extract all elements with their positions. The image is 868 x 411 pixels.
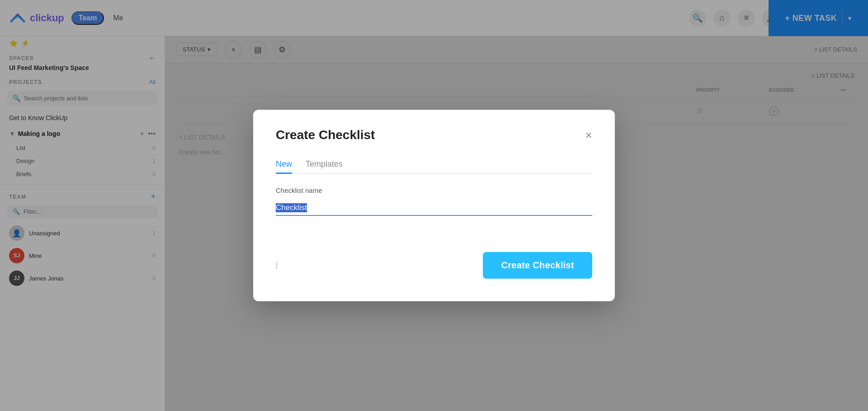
tab-templates[interactable]: Templates (306, 156, 343, 174)
modal-close-button[interactable]: × (585, 128, 592, 142)
checklist-name-field-container (276, 201, 592, 234)
modal-header: Create Checklist × (276, 128, 592, 142)
tab-new[interactable]: New (276, 156, 292, 174)
modal-footer: | Create Checklist (276, 252, 592, 279)
create-checklist-button[interactable]: Create Checklist (483, 252, 592, 279)
cursor-indicator: | (276, 262, 278, 270)
checklist-name-input[interactable] (276, 201, 592, 216)
modal-title: Create Checklist (276, 128, 375, 142)
checklist-name-label: Checklist name (276, 187, 592, 194)
modal-tabs: New Templates (276, 156, 592, 174)
create-checklist-modal: Create Checklist × New Templates Checkli… (253, 110, 615, 301)
